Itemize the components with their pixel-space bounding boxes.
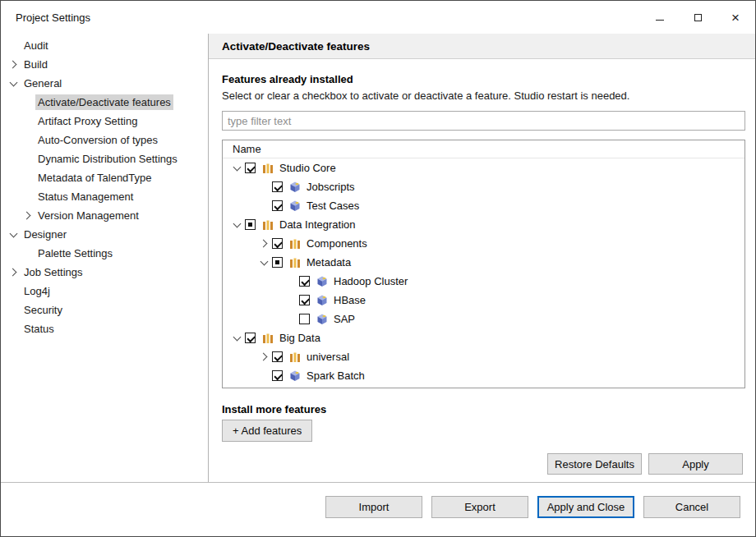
- features-tree-rows: Studio CoreJobscriptsTest CasesData Inte…: [223, 158, 744, 385]
- chevron-down-icon[interactable]: [258, 256, 272, 269]
- sidebar-item-status[interactable]: Status: [1, 319, 207, 338]
- checkbox-checked[interactable]: [299, 295, 310, 305]
- chevron-down-icon[interactable]: [231, 218, 245, 232]
- page-title-label: Activate/Deactivate features: [222, 40, 370, 53]
- sidebar-item-label: Log4j: [21, 283, 53, 299]
- tree-row-studio-core[interactable]: Studio Core: [223, 158, 744, 177]
- export-button[interactable]: Export: [431, 496, 528, 518]
- chevron-right-icon[interactable]: [21, 209, 35, 223]
- tree-item-label: HBase: [334, 294, 366, 306]
- tree-row-metadata[interactable]: Metadata: [223, 253, 744, 272]
- tree-row-universal[interactable]: universal: [223, 347, 744, 366]
- sidebar-item-label: Audit: [21, 38, 51, 53]
- feature-group-icon: [261, 332, 274, 345]
- sidebar-item-label: Dynamic Distribution Settings: [35, 151, 180, 167]
- chevron-placeholder: [21, 247, 35, 260]
- chevron-down-icon[interactable]: [231, 332, 245, 345]
- apply-and-close-button[interactable]: Apply and Close: [537, 496, 634, 518]
- chevron-placeholder: [258, 200, 272, 213]
- tree-row-hadoop-cluster[interactable]: Hadoop Cluster: [223, 272, 744, 291]
- chevron-placeholder: [258, 369, 272, 383]
- tree-item-label: Studio Core: [279, 162, 336, 174]
- tree-row-jobscripts[interactable]: Jobscripts: [223, 177, 744, 196]
- chevron-right-icon[interactable]: [7, 58, 21, 71]
- main-panel: Activate/Deactivate features Features al…: [208, 34, 755, 482]
- chevron-placeholder: [21, 172, 35, 185]
- plugin-icon: [288, 200, 302, 213]
- tree-item-label: Metadata: [307, 256, 351, 268]
- sidebar-item-label: Version Management: [35, 208, 141, 223]
- sidebar-item-audit[interactable]: Audit: [1, 36, 207, 55]
- tree-item-label: Spark Batch: [307, 369, 365, 382]
- sidebar-item-dynamic-distribution-settings[interactable]: Dynamic Distribution Settings: [1, 149, 207, 168]
- import-button[interactable]: Import: [325, 496, 422, 518]
- maximize-button[interactable]: [679, 2, 717, 33]
- tree-row-big-data[interactable]: Big Data: [223, 328, 744, 347]
- sidebar-item-activate-deactivate-features[interactable]: Activate/Deactivate features: [1, 93, 207, 112]
- add-features-button[interactable]: + Add features: [222, 420, 312, 442]
- plugin-icon: [316, 294, 329, 307]
- checkbox-checked[interactable]: [245, 163, 256, 173]
- checkbox-checked[interactable]: [272, 200, 283, 211]
- filter-input[interactable]: [222, 111, 745, 131]
- sidebar-item-log4j[interactable]: Log4j: [1, 282, 207, 301]
- tree-row-sap[interactable]: SAP: [223, 310, 744, 328]
- chevron-right-icon[interactable]: [258, 237, 272, 250]
- chevron-placeholder: [21, 96, 35, 109]
- chevron-placeholder: [21, 153, 35, 166]
- installed-section-title: Features already installed: [222, 73, 353, 85]
- checkbox-checked[interactable]: [272, 181, 283, 192]
- sidebar-item-metadata-of-talendtype[interactable]: Metadata of TalendType: [1, 168, 207, 187]
- titlebar: Project Settings ×: [1, 1, 755, 34]
- chevron-placeholder: [285, 313, 299, 326]
- tree-row-hbase[interactable]: HBase: [223, 291, 744, 310]
- chevron-placeholder: [7, 39, 21, 53]
- checkbox-partial[interactable]: [272, 257, 283, 268]
- chevron-right-icon[interactable]: [7, 266, 21, 279]
- tree-row-spark-batch[interactable]: Spark Batch: [223, 366, 744, 385]
- checkbox-checked[interactable]: [299, 276, 310, 287]
- checkbox-checked[interactable]: [245, 333, 256, 343]
- chevron-down-icon[interactable]: [231, 162, 245, 175]
- apply-button[interactable]: Apply: [648, 453, 743, 475]
- sidebar-item-designer[interactable]: Designer: [1, 225, 207, 244]
- tree-row-components[interactable]: Components: [223, 234, 744, 253]
- checkbox-partial[interactable]: [245, 219, 256, 230]
- chevron-down-icon[interactable]: [7, 228, 21, 241]
- sidebar-item-job-settings[interactable]: Job Settings: [1, 263, 207, 282]
- chevron-placeholder: [258, 181, 272, 194]
- sidebar-item-security[interactable]: Security: [1, 301, 207, 319]
- checkbox-checked[interactable]: [272, 351, 283, 362]
- restore-defaults-button[interactable]: Restore Defaults: [547, 453, 642, 475]
- chevron-placeholder: [21, 134, 35, 147]
- sidebar-item-palette-settings[interactable]: Palette Settings: [1, 244, 207, 263]
- tree-row-test-cases[interactable]: Test Cases: [223, 196, 744, 215]
- checkbox-checked[interactable]: [272, 370, 283, 381]
- checkbox-checked[interactable]: [272, 238, 283, 249]
- tree-item-label: SAP: [334, 313, 355, 325]
- sidebar-item-label: Auto-Conversion of types: [35, 132, 160, 148]
- maximize-icon: [694, 14, 702, 21]
- sidebar-item-label: General: [21, 76, 64, 91]
- tree-item-label: Test Cases: [307, 200, 359, 212]
- minimize-button[interactable]: [641, 2, 679, 33]
- sidebar-item-artifact-proxy-setting[interactable]: Artifact Proxy Setting: [1, 112, 207, 131]
- chevron-right-icon[interactable]: [258, 351, 272, 364]
- feature-group-icon: [261, 218, 274, 232]
- tree-row-data-integration[interactable]: Data Integration: [223, 215, 744, 234]
- sidebar-item-version-management[interactable]: Version Management: [1, 206, 207, 225]
- cancel-button[interactable]: Cancel: [643, 496, 740, 518]
- sidebar-item-label: Designer: [21, 227, 69, 242]
- features-tree: Name Studio CoreJobscriptsTest CasesData…: [222, 140, 745, 388]
- checkbox-unchecked[interactable]: [299, 314, 310, 324]
- sidebar-item-auto-conversion-of-types[interactable]: Auto-Conversion of types: [1, 131, 207, 149]
- chevron-down-icon[interactable]: [7, 77, 21, 90]
- sidebar-item-build[interactable]: Build: [1, 55, 207, 74]
- sidebar-item-general[interactable]: General: [1, 74, 207, 93]
- chevron-placeholder: [7, 285, 21, 298]
- feature-group-icon: [288, 256, 302, 269]
- close-button[interactable]: ×: [717, 2, 754, 33]
- chevron-placeholder: [7, 304, 21, 317]
- sidebar-item-status-management[interactable]: Status Management: [1, 187, 207, 206]
- feature-group-icon: [288, 237, 302, 250]
